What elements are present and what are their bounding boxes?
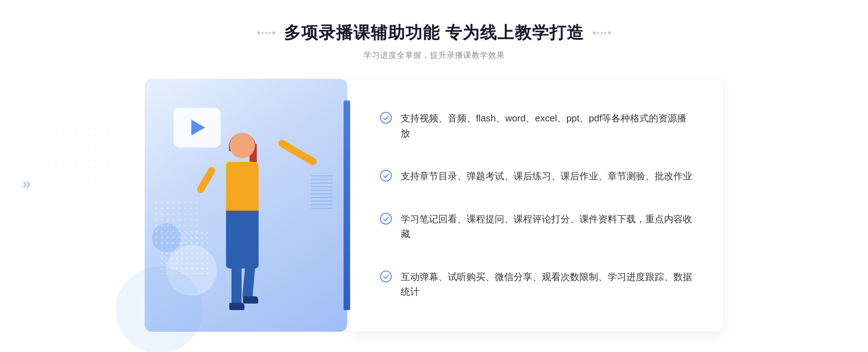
person-arm-left xyxy=(196,166,216,194)
title-row: 多项录播课辅助功能 专为线上教学打造 xyxy=(0,22,868,44)
title-dots-left xyxy=(257,31,275,34)
content-area: 支持视频、音频、flash、word、excel、ppt、pdf等各种格式的资源… xyxy=(145,72,723,332)
person-pants xyxy=(226,211,259,269)
illustration-panel xyxy=(145,79,347,332)
title-dots-right xyxy=(593,31,611,34)
feature-item-4: 互动弹幕、试听购买、微信分享、观看次数限制、学习进度跟踪、数据统计 xyxy=(380,262,694,307)
blue-bar-decoration xyxy=(344,100,350,310)
header-section: 多项录播课辅助功能 专为线上教学打造 学习进度全掌握，提升录播课教学效果 xyxy=(0,0,868,72)
feature-text-2: 支持章节目录、弹题考试、课后练习、课后作业、章节测验、批改作业 xyxy=(401,169,692,184)
svg-point-1 xyxy=(380,170,391,181)
person-shoe-left xyxy=(229,303,244,310)
svg-point-3 xyxy=(380,271,391,282)
feature-item-2: 支持章节目录、弹题考试、课后练习、课后作业、章节测验、批改作业 xyxy=(380,161,694,191)
feature-item-3: 学习笔记回看、课程提问、课程评论打分、课件资料下载，重点内容收藏 xyxy=(380,204,694,249)
feature-text-1: 支持视频、音频、flash、word、excel、ppt、pdf等各种格式的资源… xyxy=(401,111,694,141)
person-head xyxy=(230,133,255,158)
page-wrapper: » 多项录播课辅助功能 专为线上教学打造 学习进度全掌握，提升录播课教学效果 xyxy=(0,0,868,352)
person-leg-left xyxy=(231,263,242,306)
features-panel: 支持视频、音频、flash、word、excel、ppt、pdf等各种格式的资源… xyxy=(351,79,723,332)
page-subtitle: 学习进度全掌握，提升录播课教学效果 xyxy=(0,50,868,61)
feature-item-1: 支持视频、音频、flash、word、excel、ppt、pdf等各种格式的资源… xyxy=(380,104,694,148)
feature-text-3: 学习笔记回看、课程提问、课程评论打分、课件资料下载，重点内容收藏 xyxy=(401,212,694,242)
person-body-group xyxy=(192,133,293,332)
svg-point-2 xyxy=(380,213,391,224)
check-icon-3 xyxy=(380,213,392,225)
svg-point-0 xyxy=(380,112,391,123)
decorative-arrows-left: » xyxy=(22,176,30,191)
page-title: 多项录播课辅助功能 专为线上教学打造 xyxy=(284,22,584,44)
deco-circle-bg xyxy=(116,267,203,352)
check-icon-1 xyxy=(380,112,392,124)
person-shoe-right xyxy=(243,296,258,304)
deco-stripes xyxy=(311,173,333,209)
person-arm-right xyxy=(277,138,318,166)
check-icon-4 xyxy=(380,270,392,283)
person-torso xyxy=(226,162,259,213)
feature-text-4: 互动弹幕、试听购买、微信分享、观看次数限制、学习进度跟踪、数据统计 xyxy=(401,270,694,300)
bg-dots-left xyxy=(40,112,112,184)
check-icon-2 xyxy=(380,169,392,182)
